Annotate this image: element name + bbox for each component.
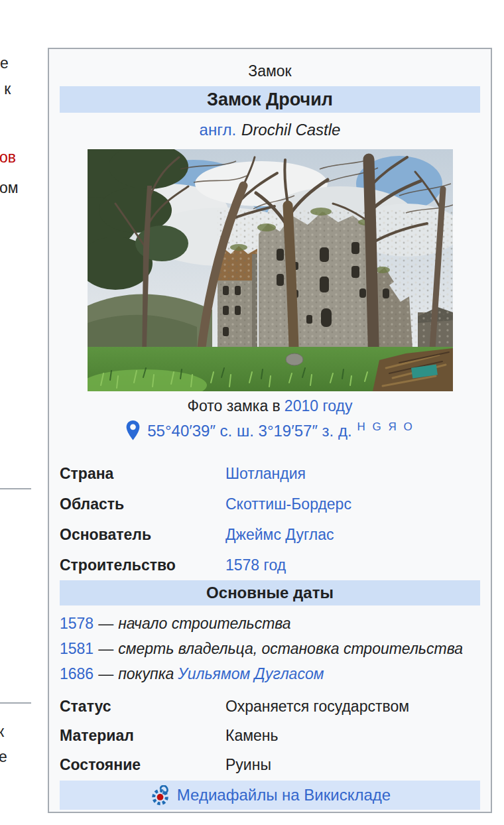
wikipedia-article-viewport: { "article_margin": { "fragments": [ {"t… [0, 0, 504, 825]
infobox-title: Замок Дрочил [60, 86, 480, 113]
caption-year-link[interactable]: 2010 году [284, 397, 353, 414]
facts-table-plain: Статус Охраняется государством Материал … [49, 692, 491, 779]
location-pin-icon [125, 420, 141, 441]
year-link[interactable]: 1578 [60, 615, 94, 632]
castle-photo-image[interactable] [88, 149, 453, 391]
date-description: начало строительства [118, 615, 290, 632]
date-description: смерть владельца, остановка строительств… [118, 640, 463, 657]
fact-label: Строительство [60, 556, 225, 574]
article-text-fragment: ом [0, 178, 19, 198]
language-link[interactable]: англ. [200, 121, 237, 139]
section-divider [0, 702, 31, 704]
commons-footer: Медиафайлы на Викискладе [60, 781, 480, 810]
table-row: Основатель Джеймс Дуглас [49, 519, 491, 550]
article-text-fragment: е [0, 747, 7, 767]
article-text-fragment: е [0, 53, 9, 73]
fact-value-link[interactable]: 1578 год [225, 556, 286, 574]
fact-value: Руины [225, 756, 271, 774]
fact-label: Состояние [60, 756, 225, 774]
castle-infobox: Замок Замок Дрочил англ.Drochil Castle [48, 48, 492, 813]
infobox-type-label: Замок [49, 61, 491, 81]
castle-photo[interactable] [88, 149, 453, 391]
fact-value: Охраняется государством [225, 698, 409, 716]
key-dates-list: 1578—начало строительства 1581—смерть вл… [49, 605, 491, 689]
year-link[interactable]: 1686 [60, 665, 94, 682]
table-row: Материал Камень [49, 721, 491, 750]
table-row: Строительство 1578 год [49, 550, 491, 580]
table-row: Состояние Руины [49, 750, 491, 779]
list-item: 1578—начало строительства [60, 611, 480, 636]
native-name: Drochil Castle [241, 121, 340, 139]
table-row: Статус Охраняется государством [49, 692, 491, 721]
native-name-line: англ.Drochil Castle [49, 119, 491, 141]
dash: — [98, 640, 113, 657]
fact-label: Статус [60, 698, 225, 716]
table-row: Область Скоттиш-Бордерс [49, 489, 491, 519]
dash: — [98, 665, 113, 682]
article-text-fragment: и к [0, 79, 11, 99]
fact-label: Основатель [60, 526, 225, 544]
caption-text: Фото замка в [187, 397, 280, 414]
year-link[interactable]: 1581 [60, 640, 94, 657]
fact-label: Страна [60, 465, 225, 483]
coordinates-link[interactable]: 55°40′39″ с. ш. 3°19′57″ з. д. [147, 422, 351, 440]
facts-table: Страна Шотландия Область Скоттиш-Бордерс… [49, 458, 491, 580]
list-item: 1686—покупкаУильямом Дугласом [60, 661, 480, 686]
photo-caption: Фото замка в2010 году [49, 396, 491, 416]
coordinates-line: 55°40′39″ с. ш. 3°19′57″ з. д.H G Я O [49, 418, 491, 446]
article-redlink-fragment[interactable]: ов [0, 147, 16, 167]
section-divider [0, 488, 31, 489]
wikimedia-commons-icon [149, 785, 171, 806]
dates-section-header: Основные даты [60, 580, 480, 605]
date-person-link[interactable]: Уильямом Дугласом [178, 665, 324, 682]
fact-value-link[interactable]: Джеймс Дуглас [225, 526, 334, 544]
dash: — [98, 615, 113, 632]
article-text-fragment: к [0, 722, 4, 741]
commons-link[interactable]: Медиафайлы на Викискладе [177, 786, 391, 804]
fact-value-link[interactable]: Шотландия [225, 465, 306, 483]
list-item: 1581—смерть владельца, остановка строите… [60, 636, 480, 661]
coordinates-services-links[interactable]: H G Я O [357, 420, 414, 433]
fact-label: Область [60, 495, 225, 513]
fact-value: Камень [225, 727, 278, 745]
fact-label: Материал [60, 727, 225, 745]
date-description: покупка [118, 665, 174, 682]
table-row: Страна Шотландия [49, 458, 491, 489]
fact-value-link[interactable]: Скоттиш-Бордерс [225, 495, 351, 513]
